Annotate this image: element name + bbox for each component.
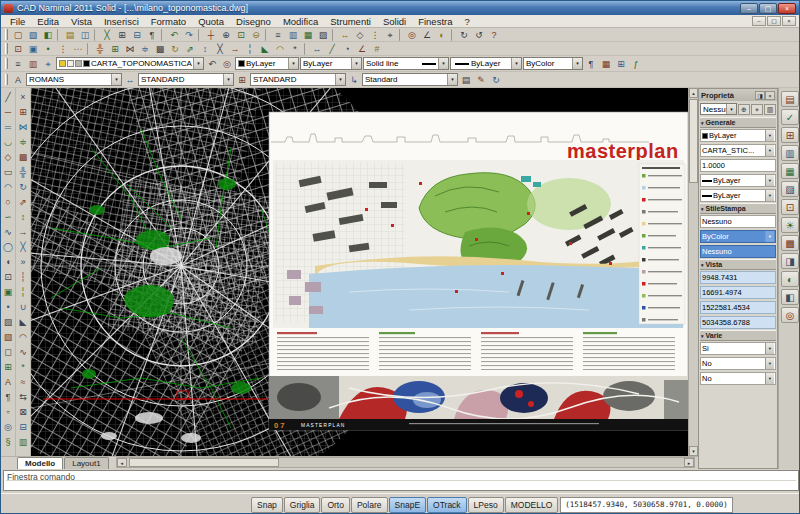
make-block-icon[interactable]: ▣ <box>1 284 15 299</box>
chevron-down-icon[interactable]: ▾ <box>765 175 774 186</box>
prop-center-x[interactable]: 9948.7431 <box>700 271 776 284</box>
move-icon[interactable]: ╬ <box>93 42 107 55</box>
ungroup-icon[interactable]: ⊟ <box>16 419 30 434</box>
revision-cloud-icon[interactable]: ∽ <box>1 209 15 224</box>
break-icon[interactable]: ╎ <box>243 42 257 55</box>
maximize-button[interactable]: ▢ <box>759 3 777 14</box>
menu-edita[interactable]: Edita <box>31 16 65 27</box>
separator[interactable] <box>94 29 98 41</box>
prop-ucs-icon-on[interactable]: Si▾ <box>700 342 776 355</box>
mdi-restore-button[interactable]: ▢ <box>767 16 781 26</box>
measure-icon[interactable]: ⋯ <box>71 42 85 55</box>
explode-icon[interactable]: * <box>288 42 302 55</box>
separator[interactable] <box>198 29 202 41</box>
separator[interactable] <box>265 29 269 41</box>
dim-style-dropdown[interactable]: STANDARD ▾ <box>138 73 234 86</box>
explode-icon[interactable]: * <box>16 359 30 374</box>
prop-ucs-icon-origin[interactable]: No▾ <box>700 357 776 370</box>
cut-icon[interactable]: ╳ <box>100 28 114 41</box>
layers-icon[interactable]: ≡ <box>271 28 285 41</box>
save-icon[interactable]: ◧ <box>41 28 55 41</box>
point-icon[interactable]: • <box>41 42 55 55</box>
area-icon[interactable]: ◇ <box>353 28 367 41</box>
prop-view-width[interactable]: 1522581.4534 <box>700 301 776 314</box>
section-stilestampa[interactable]: ▾StileStampa <box>700 203 776 214</box>
grid-toggle[interactable]: Griglia <box>284 497 321 513</box>
chevron-down-icon[interactable]: ▾ <box>765 130 774 141</box>
chevron-down-icon[interactable]: ▾ <box>111 74 121 85</box>
layer-on-icon[interactable] <box>59 60 66 67</box>
scale-icon[interactable]: ⇗ <box>16 194 30 209</box>
mdi-minimize-button[interactable]: – <box>752 16 766 26</box>
offset-icon[interactable]: ≑ <box>16 134 30 149</box>
dim-linear-icon[interactable]: ↔ <box>310 42 324 55</box>
print-preview-icon[interactable]: ◫ <box>78 28 92 41</box>
prop-plot-table-attached[interactable]: Nessuno <box>700 245 776 258</box>
array-icon[interactable]: ▩ <box>153 42 167 55</box>
insert-block-icon[interactable]: ⊡ <box>1 269 15 284</box>
separator[interactable] <box>304 43 308 55</box>
helix-icon[interactable]: § <box>1 434 15 449</box>
menu-modifica[interactable]: Modifica <box>277 16 324 27</box>
text-style-icon[interactable]: A <box>11 73 25 86</box>
chevron-down-icon[interactable]: ▾ <box>572 58 582 69</box>
open-file-icon[interactable]: ▧ <box>26 28 40 41</box>
line-icon[interactable]: ╱ <box>1 89 15 104</box>
reverse-icon[interactable]: ⇆ <box>16 389 30 404</box>
design-center-icon[interactable]: ▦ <box>301 28 315 41</box>
ellipse-icon[interactable]: ◯ <box>1 239 15 254</box>
camera-icon[interactable]: ◎ <box>781 307 799 323</box>
close-button[interactable]: × <box>778 3 796 14</box>
scroll-up-icon[interactable]: ▴ <box>689 88 698 98</box>
named-views-icon[interactable]: ◐ <box>435 28 449 41</box>
chevron-down-icon[interactable]: ▾ <box>765 145 774 156</box>
tab-modello[interactable]: Modello <box>17 457 63 469</box>
table-style-dropdown[interactable]: STANDARD ▾ <box>250 73 346 86</box>
trim-icon[interactable]: ╳ <box>213 42 227 55</box>
chamfer-icon[interactable]: ◣ <box>16 314 30 329</box>
fillet-icon[interactable]: ◠ <box>16 329 30 344</box>
match-properties-icon[interactable]: ¶ <box>584 57 598 70</box>
toggle-pickadd-icon[interactable]: ⊕ <box>738 104 750 115</box>
menu-vista[interactable]: Vista <box>65 16 98 27</box>
insert-block-icon[interactable]: ⊡ <box>11 42 25 55</box>
dim-radius-icon[interactable]: ◔ <box>340 42 354 55</box>
ucs-icon[interactable]: ∠ <box>420 28 434 41</box>
wipeout-icon[interactable]: ▫ <box>1 404 15 419</box>
prop-linetype-scale[interactable]: 1.0000 <box>700 159 776 172</box>
dim-style-icon[interactable]: # <box>370 42 384 55</box>
point-icon[interactable]: • <box>1 299 15 314</box>
sheet-set-manager-icon[interactable]: ▤ <box>781 91 799 107</box>
section-vista[interactable]: ▾Vista <box>700 259 776 270</box>
materials-icon[interactable]: ▩ <box>781 235 799 251</box>
scale-icon[interactable]: ⇗ <box>183 42 197 55</box>
named-views-icon[interactable]: ◐ <box>781 271 799 287</box>
prop-linetype[interactable]: ByLayer▾ <box>700 174 776 187</box>
undo-icon[interactable]: ↶ <box>167 28 181 41</box>
copy-icon[interactable]: ⊞ <box>16 104 30 119</box>
otrack-toggle[interactable]: OTrack <box>427 497 467 513</box>
menu-finestra[interactable]: Finestra <box>412 16 458 27</box>
chevron-down-icon[interactable]: ▾ <box>438 58 448 69</box>
menu-quota[interactable]: Quota <box>192 16 230 27</box>
move-icon[interactable]: ╬ <box>16 164 30 179</box>
table-icon[interactable]: ⊞ <box>614 57 628 70</box>
polygon-icon[interactable]: ◇ <box>1 149 15 164</box>
region-icon[interactable]: ◻ <box>1 344 15 359</box>
fillet-icon[interactable]: ◠ <box>273 42 287 55</box>
chevron-down-icon[interactable]: ▾ <box>335 74 345 85</box>
chevron-down-icon[interactable]: ▾ <box>288 58 298 69</box>
arc-icon[interactable]: ◠ <box>1 179 15 194</box>
join-icon[interactable]: ∪ <box>16 299 30 314</box>
break-icon[interactable]: ╎ <box>16 284 30 299</box>
ortho-toggle[interactable]: Orto <box>321 497 350 513</box>
menu-file[interactable]: File <box>4 16 31 27</box>
mirror-icon[interactable]: ⋈ <box>123 42 137 55</box>
polar-toggle[interactable]: Polare <box>351 497 388 513</box>
separator[interactable] <box>399 29 403 41</box>
chevron-down-icon[interactable]: ▾ <box>765 358 774 369</box>
multiline-icon[interactable]: ═ <box>1 119 15 134</box>
rotate-icon[interactable]: ↻ <box>168 42 182 55</box>
circle-icon[interactable]: ○ <box>1 194 15 209</box>
array-icon[interactable]: ▩ <box>16 149 30 164</box>
